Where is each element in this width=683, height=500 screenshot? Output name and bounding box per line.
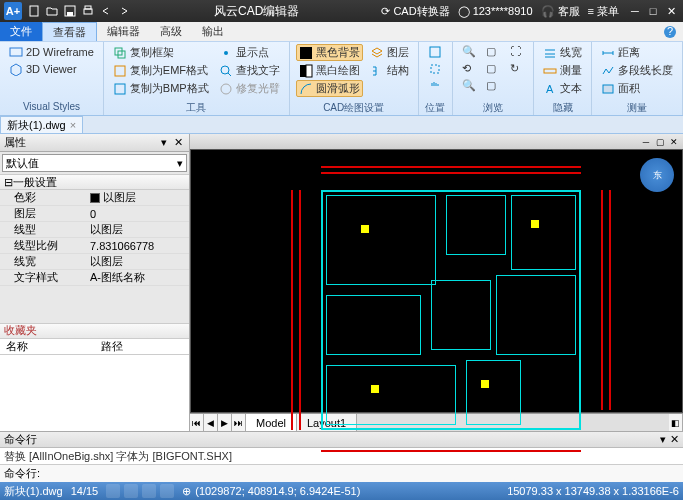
- status-toggles: [106, 484, 174, 498]
- view-front-button[interactable]: ▢: [483, 61, 503, 77]
- zoom-window-button[interactable]: [425, 61, 445, 77]
- cmd-dropdown-icon[interactable]: ▾: [660, 433, 666, 446]
- section-general[interactable]: ⊟ 一般设置: [0, 174, 189, 190]
- refresh-button[interactable]: ↻: [507, 61, 527, 77]
- fullscreen-button[interactable]: ⛶: [507, 44, 527, 60]
- property-row[interactable]: 线型比例7.831066778: [0, 238, 189, 254]
- print-icon[interactable]: [80, 3, 96, 19]
- tab-options-icon[interactable]: ◧: [669, 414, 683, 431]
- polar-toggle[interactable]: [160, 484, 174, 498]
- property-row[interactable]: 线宽以图层: [0, 254, 189, 270]
- blackbg-icon: [299, 46, 313, 60]
- layer-button[interactable]: 图层: [367, 44, 412, 61]
- linewidth-button[interactable]: 线宽: [540, 44, 585, 61]
- property-value[interactable]: 以图层: [90, 254, 189, 269]
- property-key: 线宽: [0, 254, 90, 269]
- property-row[interactable]: 色彩以图层: [0, 190, 189, 206]
- document-tab[interactable]: 新块(1).dwg ×: [0, 116, 83, 133]
- minimize-button[interactable]: ─: [627, 3, 643, 19]
- orbit-button[interactable]: ⟲: [459, 61, 479, 77]
- tab-nav-first[interactable]: ⏮: [190, 414, 204, 431]
- tab-editor[interactable]: 编辑器: [97, 22, 150, 41]
- undo-icon[interactable]: [98, 3, 114, 19]
- svg-rect-15: [300, 47, 312, 59]
- section-favorites[interactable]: 收藏夹: [0, 323, 189, 339]
- pan-button[interactable]: [425, 78, 445, 94]
- tab-advanced[interactable]: 高级: [150, 22, 192, 41]
- black-draw-button[interactable]: 黑白绘图: [296, 62, 363, 79]
- smooth-arc-button[interactable]: 圆滑弧形: [296, 80, 363, 97]
- tab-file[interactable]: 文件: [0, 22, 42, 41]
- grid-toggle[interactable]: [124, 484, 138, 498]
- menu-button[interactable]: ≡菜单: [588, 4, 619, 19]
- panel-dropdown-icon[interactable]: ▾: [157, 136, 171, 150]
- zoom-out-button[interactable]: 🔍: [459, 78, 479, 94]
- panel-close-icon[interactable]: ✕: [171, 136, 185, 150]
- structure-button[interactable]: 结构: [367, 62, 412, 79]
- property-value[interactable]: 0: [90, 206, 189, 221]
- find-text-button[interactable]: 查找文字: [216, 62, 283, 79]
- close-tab-icon[interactable]: ×: [70, 119, 76, 131]
- svg-text:A: A: [546, 83, 554, 95]
- color-swatch: [90, 193, 100, 203]
- snap-toggle[interactable]: [106, 484, 120, 498]
- wireframe-button[interactable]: 2D Wireframe: [6, 44, 97, 60]
- view-side-button[interactable]: ▢: [483, 78, 503, 94]
- property-row[interactable]: 文字样式A-图纸名称: [0, 270, 189, 286]
- zoom-extents-button[interactable]: [425, 44, 445, 60]
- copy-bmp-button[interactable]: 复制为BMP格式: [110, 80, 212, 97]
- tab-viewer[interactable]: 查看器: [42, 22, 97, 41]
- copy-box-button[interactable]: 复制框架: [110, 44, 212, 61]
- tab-nav-last[interactable]: ⏭: [232, 414, 246, 431]
- svg-rect-22: [603, 85, 613, 93]
- property-key: 线型比例: [0, 238, 90, 253]
- zoom-in-button[interactable]: 🔍: [459, 44, 479, 60]
- copy-emf-button[interactable]: 复制为EMF格式: [110, 62, 212, 79]
- area-button[interactable]: 面积: [598, 80, 676, 97]
- property-row[interactable]: 图层0: [0, 206, 189, 222]
- cmd-close-icon[interactable]: ✕: [670, 433, 679, 446]
- support-button[interactable]: 🎧客服: [541, 4, 580, 19]
- tab-nav-prev[interactable]: ◀: [204, 414, 218, 431]
- maximize-button[interactable]: □: [645, 3, 661, 19]
- text-toggle-button[interactable]: A文本: [540, 80, 585, 97]
- svg-rect-16: [300, 65, 306, 77]
- top-icon: ▢: [486, 45, 500, 59]
- display-point-button[interactable]: 显示点: [216, 44, 283, 61]
- property-value[interactable]: 以图层: [90, 190, 189, 205]
- tab-model[interactable]: Model: [246, 414, 297, 431]
- view-top-button[interactable]: ▢: [483, 44, 503, 60]
- black-bg-button[interactable]: 黑色背景: [296, 44, 363, 61]
- ortho-toggle[interactable]: [142, 484, 156, 498]
- repair-cd-button[interactable]: 修复光臂: [216, 80, 283, 97]
- distance-button[interactable]: 距离: [598, 44, 676, 61]
- property-value[interactable]: A-图纸名称: [90, 270, 189, 285]
- tab-nav-next[interactable]: ▶: [218, 414, 232, 431]
- wireframe-icon: [9, 45, 23, 59]
- canvas-close-icon[interactable]: ✕: [668, 136, 680, 148]
- property-key: 色彩: [0, 190, 90, 205]
- property-selector[interactable]: 默认值 ▾: [2, 154, 187, 172]
- property-value[interactable]: 以图层: [90, 222, 189, 237]
- cad-converter-button[interactable]: ⟳CAD转换器: [381, 4, 449, 19]
- command-input[interactable]: [44, 468, 679, 480]
- fav-col-path: 路径: [95, 339, 190, 354]
- measure-toggle-button[interactable]: 测量: [540, 62, 585, 79]
- tab-output[interactable]: 输出: [192, 22, 234, 41]
- save-icon[interactable]: [62, 3, 78, 19]
- help-icon[interactable]: ?: [657, 22, 683, 41]
- redo-icon[interactable]: [116, 3, 132, 19]
- user-account[interactable]: ◯123****8910: [458, 5, 533, 18]
- canvas-max-icon[interactable]: ▢: [654, 136, 666, 148]
- close-button[interactable]: ✕: [663, 3, 679, 19]
- new-icon[interactable]: [26, 3, 42, 19]
- property-value[interactable]: 7.831066778: [90, 238, 189, 253]
- user-icon: ◯: [458, 5, 470, 18]
- property-row[interactable]: 线型以图层: [0, 222, 189, 238]
- canvas-min-icon[interactable]: ─: [640, 136, 652, 148]
- viewer3d-button[interactable]: 3D Viewer: [6, 61, 97, 77]
- open-icon[interactable]: [44, 3, 60, 19]
- drawing-canvas[interactable]: 东: [190, 149, 683, 413]
- polyline-length-button[interactable]: 多段线长度: [598, 62, 676, 79]
- view-compass[interactable]: 东: [640, 158, 674, 192]
